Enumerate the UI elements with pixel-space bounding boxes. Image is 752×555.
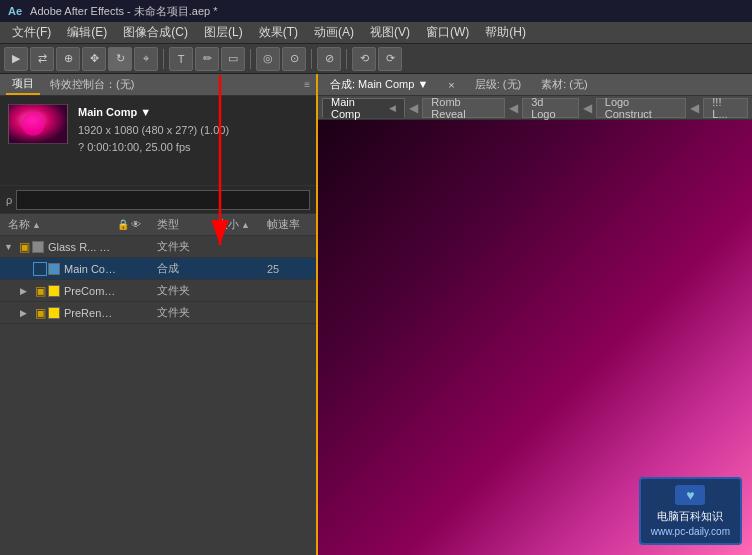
preview-info: Main Comp ▼ 1920 x 1080 (480 x 27?) (1.0… (78, 104, 229, 157)
watermark: ♥ 电脑百科知识 www.pc-daily.com (639, 477, 742, 545)
title-bar: Ae Adobe After Effects - 未命名项目.aep * (0, 0, 752, 22)
comp-tab-logo-construct[interactable]: Logo Construct (596, 98, 687, 118)
left-panel: 项目 特效控制台：(无) ≡ (0, 74, 318, 555)
comp-tabs: Main Comp ◀ ◀ Romb Reveal ◀ 3d Logo ◀ Lo… (318, 96, 752, 120)
tab-project[interactable]: 项目 (6, 74, 40, 95)
toolbar-separator-1 (163, 49, 164, 69)
color-swatch-1 (48, 263, 60, 275)
window-title: Adobe After Effects - 未命名项目.aep * (30, 4, 218, 19)
tab-sep-0: ◀ (409, 101, 418, 115)
comp-header-comp: 合成: Main Comp ▼ (324, 75, 434, 94)
menu-composition[interactable]: 图像合成(C) (115, 22, 196, 43)
folder-icon-2: ▣ (32, 283, 48, 299)
comp-thumbnail (8, 104, 68, 144)
search-bar: ρ (0, 186, 316, 214)
menu-file[interactable]: 文件(F) (4, 22, 59, 43)
toolbar-btn-rotate[interactable]: ↻ (108, 47, 132, 71)
comp-icon-1 (32, 261, 48, 277)
toolbar-btn-light[interactable]: ⊙ (282, 47, 306, 71)
svg-point-1 (22, 112, 45, 135)
menu-window[interactable]: 窗口(W) (418, 22, 477, 43)
toolbar-btn-3[interactable]: ✥ (82, 47, 106, 71)
sort-name-icon: ▲ (32, 220, 41, 230)
expand-icon-3[interactable]: ▶ (20, 308, 32, 318)
menu-animation[interactable]: 动画(A) (306, 22, 362, 43)
file-name-3: PreRend...TE !!! (64, 307, 117, 319)
comp-tab-3dlogo[interactable]: 3d Logo (522, 98, 579, 118)
toolbar-separator-4 (346, 49, 347, 69)
toolbar-btn-5[interactable]: ⌖ (134, 47, 158, 71)
toolbar-btn-2[interactable]: ⊕ (56, 47, 80, 71)
panel-menu-button[interactable]: ≡ (304, 79, 310, 90)
menu-layer[interactable]: 图层(L) (196, 22, 251, 43)
right-panel: 合成: Main Comp ▼ × 层级: (无) 素材: (无) Main C… (318, 74, 752, 555)
toolbar-btn-pen[interactable]: ✏ (195, 47, 219, 71)
comp-header-layers: 层级: (无) (469, 75, 527, 94)
list-item[interactable]: Main Comp 合成 25 (0, 258, 316, 280)
file-list-header: 名称 ▲ 🔒 👁 类型 大小 ▲ 帧速率 (0, 214, 316, 236)
toolbar-separator-3 (311, 49, 312, 69)
menu-bar: 文件(F) 编辑(E) 图像合成(C) 图层(L) 效果(T) 动画(A) 视图… (0, 22, 752, 44)
preview-resolution: 1920 x 1080 (480 x 27?) (1.00) (78, 122, 229, 140)
toolbar-btn-1[interactable]: ⇄ (30, 47, 54, 71)
file-type-1: 合成 (157, 261, 217, 276)
toolbar-btn-shape[interactable]: ▭ (221, 47, 245, 71)
tab-sep-1: ◀ (509, 101, 518, 115)
col-header-name[interactable]: 名称 ▲ (4, 217, 117, 232)
menu-effect[interactable]: 效果(T) (251, 22, 306, 43)
file-list: ▼ ▣ Glass R... Pack.aep 文件夹 Main Comp (0, 236, 316, 555)
tab-sep-2: ◀ (583, 101, 592, 115)
toolbar: ▶ ⇄ ⊕ ✥ ↻ ⌖ T ✏ ▭ ◎ ⊙ ⊘ ⟲ ⟳ (0, 44, 752, 74)
tab-arrow-0: ◀ (389, 103, 396, 113)
tab-sep-3: ◀ (690, 101, 699, 115)
toolbar-btn-redo[interactable]: ⟳ (378, 47, 402, 71)
toolbar-btn-0[interactable]: ▶ (4, 47, 28, 71)
toolbar-separator-2 (250, 49, 251, 69)
watermark-logo: ♥ (675, 485, 705, 505)
expand-icon-2[interactable]: ▶ (20, 286, 32, 296)
file-name-1: Main Comp (64, 263, 117, 275)
file-name-2: PreComp...IT !!! (64, 285, 117, 297)
search-input[interactable] (16, 190, 310, 210)
expand-icon-0[interactable]: ▼ (4, 242, 16, 252)
comp-panel-header: 合成: Main Comp ▼ × 层级: (无) 素材: (无) (318, 74, 752, 96)
main-layout: 项目 特效控制台：(无) ≡ (0, 74, 752, 555)
preview-comp-name: Main Comp ▼ (78, 104, 229, 122)
file-type-0: 文件夹 (157, 239, 217, 254)
col-header-size[interactable]: 大小 ▲ (217, 217, 267, 232)
preview-duration: ? 0:00:10:00, 25.00 fps (78, 139, 229, 157)
folder-icon-3: ▣ (32, 305, 48, 321)
app-logo: Ae (8, 5, 22, 17)
sort-size-icon: ▲ (241, 220, 250, 230)
list-item[interactable]: ▼ ▣ Glass R... Pack.aep 文件夹 (0, 236, 316, 258)
comp-tab-romb[interactable]: Romb Reveal (422, 98, 505, 118)
comp-header-footage: 素材: (无) (535, 75, 593, 94)
comp-view: ♥ 电脑百科知识 www.pc-daily.com (318, 120, 752, 555)
col-header-icons: 🔒 👁 (117, 219, 157, 230)
list-item[interactable]: ▶ ▣ PreRend...TE !!! 文件夹 (0, 302, 316, 324)
watermark-text-1: 电脑百科知识 (657, 509, 723, 524)
color-swatch-2 (48, 285, 60, 297)
file-rate-1: 25 (267, 263, 312, 275)
col-header-type[interactable]: 类型 (157, 217, 217, 232)
menu-edit[interactable]: 编辑(E) (59, 22, 115, 43)
menu-help[interactable]: 帮助(H) (477, 22, 534, 43)
toolbar-btn-camera[interactable]: ◎ (256, 47, 280, 71)
menu-view[interactable]: 视图(V) (362, 22, 418, 43)
toolbar-btn-puppet[interactable]: ⊘ (317, 47, 341, 71)
toolbar-btn-undo[interactable]: ⟲ (352, 47, 376, 71)
col-header-rate[interactable]: 帧速率 (267, 217, 312, 232)
tab-effects-control[interactable]: 特效控制台：(无) (44, 75, 140, 94)
watermark-text-2: www.pc-daily.com (651, 526, 730, 537)
color-swatch-0 (32, 241, 44, 253)
search-icon: ρ (6, 194, 12, 206)
preview-area: Main Comp ▼ 1920 x 1080 (480 x 27?) (1.0… (0, 96, 316, 186)
file-type-3: 文件夹 (157, 305, 217, 320)
comp-tab-main[interactable]: Main Comp ◀ (322, 98, 405, 118)
color-swatch-3 (48, 307, 60, 319)
toolbar-btn-text[interactable]: T (169, 47, 193, 71)
comp-tab-more[interactable]: !!! L... (703, 98, 748, 118)
list-item[interactable]: ▶ ▣ PreComp...IT !!! 文件夹 (0, 280, 316, 302)
comp-header-close[interactable]: × (442, 77, 460, 93)
file-type-2: 文件夹 (157, 283, 217, 298)
